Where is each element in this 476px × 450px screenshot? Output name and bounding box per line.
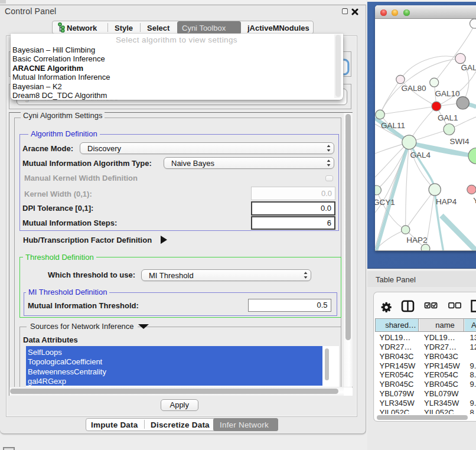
svg-text:GAL1: GAL1	[438, 113, 458, 122]
svg-text:SWI4: SWI4	[449, 137, 469, 146]
svg-text:GAL: GAL	[461, 63, 476, 72]
svg-text:HAP4: HAP4	[435, 197, 457, 206]
svg-text:Y: Y	[473, 196, 476, 205]
svg-text:GCY1: GCY1	[375, 198, 395, 207]
svg-text:GAL80: GAL80	[401, 84, 426, 93]
svg-text:HAP2: HAP2	[406, 236, 427, 244]
svg-text:GAL11: GAL11	[381, 121, 405, 130]
svg-text:GAL10: GAL10	[435, 89, 459, 98]
svg-text:GAL4: GAL4	[410, 151, 431, 159]
